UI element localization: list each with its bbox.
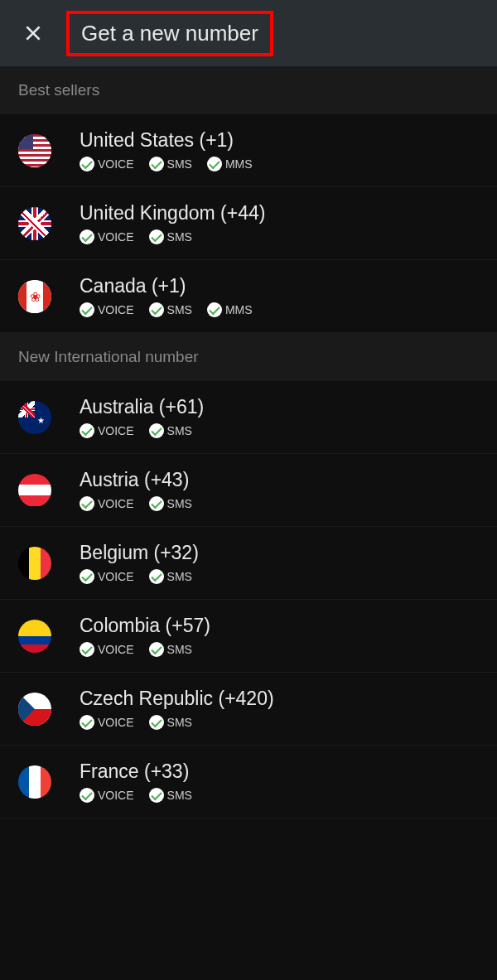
feature-label: VOICE: [98, 643, 134, 656]
feature-label: MMS: [225, 157, 253, 171]
check-icon: [149, 423, 164, 438]
feature-voice: VOICE: [80, 496, 134, 511]
feature-label: SMS: [167, 497, 192, 510]
flag-icon-ca: [18, 280, 51, 313]
feature-voice: VOICE: [80, 642, 134, 657]
flag-icon-be: [18, 547, 51, 580]
feature-mms: MMS: [207, 302, 253, 317]
country-row-au[interactable]: Australia (+61)VOICESMS: [0, 381, 497, 454]
feature-sms: SMS: [149, 788, 192, 803]
feature-label: SMS: [167, 570, 192, 583]
country-info: United States (+1)VOICESMSMMS: [80, 129, 253, 171]
flag-icon-au: [18, 401, 51, 434]
country-features: VOICESMSMMS: [80, 157, 253, 171]
feature-label: SMS: [167, 424, 192, 437]
country-features: VOICESMS: [80, 642, 210, 657]
feature-label: VOICE: [98, 157, 134, 171]
country-features: VOICESMSMMS: [80, 302, 253, 317]
country-info: Canada (+1)VOICESMSMMS: [80, 275, 253, 317]
check-icon: [149, 157, 164, 171]
country-row-ca[interactable]: Canada (+1)VOICESMSMMS: [0, 260, 497, 333]
check-icon: [149, 496, 164, 511]
check-icon: [80, 423, 94, 438]
section-header: Best sellers: [0, 66, 497, 114]
country-name: Belgium (+32): [80, 542, 199, 564]
country-row-be[interactable]: Belgium (+32)VOICESMS: [0, 527, 497, 600]
country-name: France (+33): [80, 760, 192, 783]
check-icon: [80, 302, 94, 317]
country-features: VOICESMS: [80, 715, 274, 730]
feature-voice: VOICE: [80, 229, 134, 244]
feature-label: VOICE: [98, 230, 134, 244]
country-info: Czech Republic (+420)VOICESMS: [80, 688, 274, 730]
feature-voice: VOICE: [80, 157, 134, 171]
page-title: Get a new number: [81, 21, 258, 46]
country-info: Australia (+61)VOICESMS: [80, 396, 204, 438]
flag-icon-fr: [18, 765, 51, 799]
flag-icon-at: [18, 474, 51, 507]
check-icon: [207, 157, 222, 171]
feature-label: VOICE: [98, 424, 134, 437]
country-info: United Kingdom (+44)VOICESMS: [80, 202, 265, 244]
feature-label: SMS: [167, 230, 192, 244]
check-icon: [149, 788, 164, 803]
check-icon: [80, 157, 94, 171]
country-row-cz[interactable]: Czech Republic (+420)VOICESMS: [0, 673, 497, 746]
country-row-fr[interactable]: France (+33)VOICESMS: [0, 746, 497, 818]
feature-label: MMS: [225, 303, 253, 316]
check-icon: [149, 642, 164, 657]
feature-sms: SMS: [149, 302, 192, 317]
country-row-co[interactable]: Colombia (+57)VOICESMS: [0, 600, 497, 673]
country-row-us[interactable]: United States (+1)VOICESMSMMS: [0, 114, 497, 187]
feature-label: VOICE: [98, 789, 134, 802]
country-name: United Kingdom (+44): [80, 202, 265, 224]
close-icon[interactable]: [17, 17, 50, 50]
country-features: VOICESMS: [80, 788, 192, 803]
country-info: France (+33)VOICESMS: [80, 760, 192, 803]
feature-sms: SMS: [149, 642, 192, 657]
check-icon: [149, 715, 164, 730]
country-name: Canada (+1): [80, 275, 253, 297]
country-row-uk[interactable]: United Kingdom (+44)VOICESMS: [0, 187, 497, 260]
feature-label: VOICE: [98, 497, 134, 510]
check-icon: [207, 302, 222, 317]
feature-sms: SMS: [149, 715, 192, 730]
flag-icon-cz: [18, 693, 51, 726]
country-name: Australia (+61): [80, 396, 204, 418]
check-icon: [80, 496, 94, 511]
feature-sms: SMS: [149, 157, 192, 171]
country-name: Colombia (+57): [80, 615, 210, 637]
feature-mms: MMS: [207, 157, 253, 171]
feature-label: VOICE: [98, 303, 134, 316]
feature-label: SMS: [167, 716, 192, 729]
feature-sms: SMS: [149, 496, 192, 511]
check-icon: [80, 569, 94, 584]
feature-voice: VOICE: [80, 423, 134, 438]
country-name: United States (+1): [80, 129, 253, 152]
feature-voice: VOICE: [80, 788, 134, 803]
feature-label: SMS: [167, 643, 192, 656]
check-icon: [80, 788, 94, 803]
feature-voice: VOICE: [80, 715, 134, 730]
feature-sms: SMS: [149, 569, 192, 584]
country-features: VOICESMS: [80, 496, 192, 511]
title-highlight-box: Get a new number: [66, 11, 273, 56]
country-features: VOICESMS: [80, 423, 204, 438]
header: Get a new number: [0, 0, 497, 66]
country-name: Czech Republic (+420): [80, 688, 274, 710]
feature-label: SMS: [167, 303, 192, 316]
check-icon: [149, 229, 164, 244]
section-header: New International number: [0, 333, 497, 381]
check-icon: [80, 229, 94, 244]
feature-voice: VOICE: [80, 302, 134, 317]
flag-icon-us: [18, 134, 51, 167]
flag-icon-uk: [18, 207, 51, 240]
feature-sms: SMS: [149, 229, 192, 244]
country-row-at[interactable]: Austria (+43)VOICESMS: [0, 454, 497, 527]
country-features: VOICESMS: [80, 569, 199, 584]
feature-label: SMS: [167, 157, 192, 171]
feature-label: VOICE: [98, 716, 134, 729]
check-icon: [149, 302, 164, 317]
feature-label: SMS: [167, 789, 192, 802]
country-info: Colombia (+57)VOICESMS: [80, 615, 210, 657]
